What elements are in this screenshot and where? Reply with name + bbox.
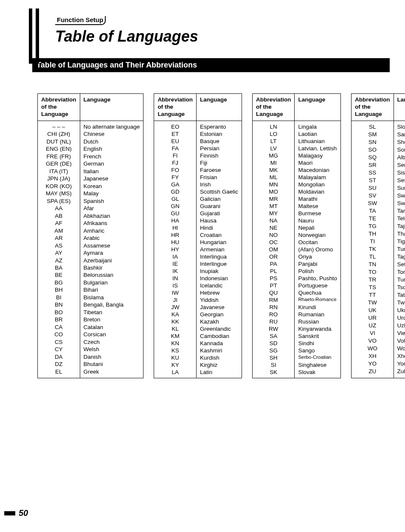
cell-abbr: GA [154,181,197,188]
table-row: BHBihari [38,286,143,293]
cell-abbr: ST [352,177,394,184]
cell-abbr: TR [352,276,394,284]
table-row: HUHungarian [154,239,242,246]
cell-abbr: BH [38,286,80,293]
cell-lang: Macedonian [295,166,341,174]
cell-abbr: FJ [154,159,197,166]
cell-abbr: EU [154,138,197,145]
table-row: INIndonesian [154,275,242,282]
cell-abbr: GN [154,203,197,210]
cell-lang: Bengali, Bangla [80,301,143,308]
cell-abbr: QU [252,289,295,296]
cell-abbr: TI [352,238,394,245]
cell-lang: Maltese [295,203,341,210]
table-row: IWHebrew [154,289,242,296]
cell-abbr: AF [38,220,80,227]
cell-lang: Cambodian [196,332,242,340]
table-row: GUGujarati [154,210,242,217]
table-row: IAInterlingua [154,253,242,260]
cell-lang: Guarani [196,203,242,210]
cell-abbr: VI [352,329,394,337]
table-row: DADanish [38,353,143,360]
cell-lang: Samoan [394,131,405,138]
table-row: AZAzerbaijani [38,257,143,264]
cell-abbr: CA [38,324,80,331]
cell-lang: Sesotho [394,177,405,184]
table-row: COCorsican [38,331,143,338]
cell-abbr: HA [154,217,197,224]
cell-abbr: BA [38,264,80,271]
table-row: HRCroatian [154,231,242,239]
cell-abbr: SI [252,361,295,369]
cell-abbr: FA [154,145,197,152]
cell-lang: Finnish [196,152,242,159]
table-row: FOFaroese [154,166,242,174]
cell-lang: Kannada [196,340,242,347]
cell-abbr: EL [38,368,80,378]
header-lang: Language [394,94,405,121]
cell-abbr: LV [252,145,295,152]
cell-abbr: SS [352,169,394,177]
cell-lang: Interlingua [196,253,242,260]
cell-abbr: PL [252,267,295,275]
cell-lang: Tibetan [80,309,143,316]
language-table-3: Abbreviation of the LanguageLanguageSLSl… [351,93,405,378]
cell-lang: Bulgarian [80,279,143,286]
cell-abbr: TH [352,230,394,238]
table-row: BOTibetan [38,309,143,316]
table-row: HYArmenian [154,246,242,253]
cell-lang: Dutch [80,138,143,145]
cell-lang: Gujarati [196,210,242,217]
table-row: BEBelorussian [38,271,143,279]
cell-abbr: EO [154,121,197,130]
table-row: GNGuarani [154,203,242,210]
table-row: JWJavanese [154,304,242,311]
cell-lang: Italian [80,168,143,175]
table-row: AYAymara [38,249,143,256]
cell-abbr: SH [252,354,295,361]
table-row: KNKannada [154,340,242,347]
cell-abbr: AB [38,212,80,220]
cell-lang: Japanese [80,175,143,182]
table-row: PAPanjabi [252,260,340,267]
cell-lang: Latvian, Lettish [295,145,341,152]
cell-lang: Shona [394,138,405,146]
cell-lang: Tajik [394,222,405,230]
table-row: YOYoruba [352,360,405,368]
cell-abbr: KK [154,318,197,325]
cell-lang: Arabic [80,234,143,242]
language-tables: Abbreviation of the LanguageLanguage– – … [37,93,388,378]
cell-lang: Sango [295,347,341,354]
cell-lang: Somali [394,146,405,154]
table-row: OROriya [252,253,340,260]
cell-abbr: TL [352,253,394,261]
cell-abbr: SA [252,332,295,340]
table-row: MGMalagasy [252,152,340,159]
cell-lang: Wolof [394,345,405,352]
cell-lang: Volapük [394,337,405,345]
table-row: BNBengali, Bangla [38,301,143,308]
table-row: KSKashmiri [154,347,242,354]
cell-abbr: AZ [38,257,80,264]
cell-abbr: MT [252,203,295,210]
cell-abbr: MG [252,152,295,159]
header-lang: Language [196,94,242,121]
cell-abbr: TT [352,291,394,299]
cell-lang: Breton [80,316,143,323]
cell-abbr: FO [154,166,197,174]
cell-abbr: LT [252,138,295,145]
cell-lang: Tagalog [394,253,405,261]
cell-abbr: SD [252,340,295,347]
cell-abbr: HY [154,246,197,253]
cell-lang: Polish [295,267,341,275]
cell-lang: Rhaeto-Romance [295,296,341,304]
cell-lang: Malayalam [295,174,341,181]
cell-abbr: LO [252,130,295,138]
cell-lang: Javanese [196,304,242,311]
cell-abbr: RO [252,311,295,318]
table-row: SLSlovenian [352,121,405,131]
cell-abbr: BI [38,294,80,301]
table-row: TNSetswana [352,261,405,268]
cell-abbr: KL [154,325,197,332]
table-row: MYBurmese [252,210,340,217]
